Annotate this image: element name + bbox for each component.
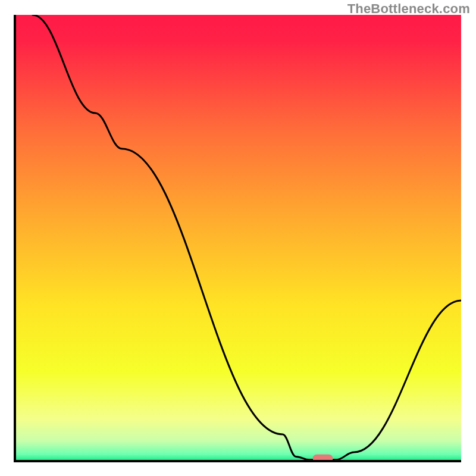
bottleneck-chart [0, 0, 476, 476]
plot-background [15, 15, 461, 461]
chart-frame: TheBottleneck.com [0, 0, 476, 476]
watermark-label: TheBottleneck.com [347, 1, 470, 17]
